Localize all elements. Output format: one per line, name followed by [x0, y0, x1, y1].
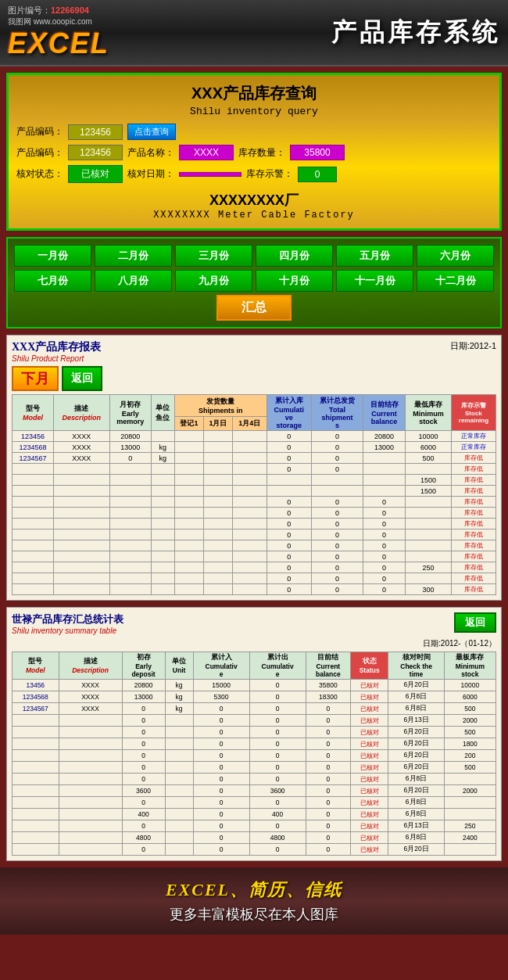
- query-row-1: 产品编码： 123456 点击查询: [16, 124, 492, 140]
- input-code1[interactable]: 123456: [68, 124, 123, 140]
- summary-row: 3600 036000 已核对 6月20日 2000: [13, 785, 496, 797]
- query-btn[interactable]: 点击查询: [127, 124, 176, 140]
- summary-row: 0 000 已核对 6月13日 250: [13, 820, 496, 832]
- table-row: 1500 库存低: [13, 475, 496, 486]
- months-row2: 七月份 八月份 九月份 十月份 十一月份 十二月份: [14, 270, 494, 292]
- table-row: 1234568 XXXX 13000 kg 0 0 13000 6000 正常库…: [13, 442, 496, 453]
- month-btn-2[interactable]: 二月份: [95, 245, 172, 267]
- summary-header: 世禄产品库存汇总统计表 Shilu inventory summary tabl…: [12, 612, 496, 635]
- summary-section: 世禄产品库存汇总统计表 Shilu inventory summary tabl…: [6, 607, 502, 861]
- month-btn-5[interactable]: 五月份: [336, 245, 413, 267]
- table-row: 000 库存低: [13, 497, 496, 508]
- table-row: 000 300 库存低: [13, 584, 496, 595]
- report-section: XXX产品库存报表 Shilu Product Report 日期:2012-1…: [6, 335, 502, 601]
- label-code2: 产品编码：: [16, 146, 63, 160]
- th-early: 月初存Earlymemory: [109, 395, 151, 431]
- input-status[interactable]: 已核对: [68, 165, 123, 183]
- summary-btn-wrap: 汇总: [14, 295, 494, 321]
- report-nav: 下月 返回: [12, 366, 496, 391]
- month-btn-8[interactable]: 八月份: [95, 270, 172, 292]
- sth-check: 核对时间Check thetime: [388, 652, 444, 680]
- header-url: 我图网 www.ooopic.com: [8, 16, 109, 27]
- sth-model: 型号Model: [13, 652, 59, 680]
- th-model: 型号Model: [13, 395, 54, 431]
- th-min-stock: 最低库存Minimumstock: [406, 395, 452, 431]
- report-title-en: Shilu Product Report: [12, 354, 101, 363]
- summary-row: 0 000 已核对 6月20日 500: [13, 762, 496, 774]
- month-btn-11[interactable]: 十一月份: [336, 270, 413, 292]
- table-row: 000 库存低: [13, 508, 496, 519]
- input-name[interactable]: XXXX: [179, 145, 234, 160]
- th-current-bal: 目前结存Currentbalance: [363, 395, 405, 431]
- input-code2[interactable]: 123456: [68, 145, 123, 160]
- input-alert[interactable]: 0: [298, 167, 337, 182]
- input-date[interactable]: [179, 172, 241, 177]
- table-row: 000 库存低: [13, 573, 496, 584]
- summary-row: 0 000 已核对 6月20日 500: [13, 727, 496, 738]
- summary-date: 日期:2012-（01-12）: [12, 638, 496, 649]
- factory-name-cn: XXXXXXXX厂: [16, 191, 492, 210]
- summary-row: 0 000 已核对 6月8日: [13, 797, 496, 809]
- report-date: 日期:2012-1: [450, 340, 496, 352]
- summary-row: 0 000 已核对 6月20日: [13, 844, 496, 856]
- sth-min: 最板库存Minimumstock: [444, 652, 495, 680]
- sth-cout: 累计出Cumulative: [249, 652, 306, 680]
- th-cumul-in: 累计入库Cumulativestorage: [267, 395, 311, 431]
- summary-row: 0 000 已核对 6月20日 1800: [13, 738, 496, 750]
- footer-line1: EXCEL、简历、信纸: [11, 878, 497, 902]
- label-alert: 库存示警：: [246, 167, 293, 181]
- month-btn-1[interactable]: 一月份: [14, 245, 91, 267]
- header: 图片编号：12266904 我图网 www.ooopic.com EXCEL 产…: [0, 0, 508, 66]
- query-title-en: Shilu inventory query: [16, 106, 492, 117]
- month-btn-4[interactable]: 四月份: [256, 245, 333, 267]
- nav-down-btn[interactable]: 下月: [12, 366, 59, 391]
- table-row: 000 库存低: [13, 529, 496, 540]
- summary-title-en: Shilu inventory summary table: [12, 626, 123, 635]
- query-row-3: 核对状态： 已核对 核对日期： 库存示警： 0: [16, 165, 492, 183]
- summary-row: 0 000 已核对 6月8日: [13, 774, 496, 785]
- table-row: 000 库存低: [13, 519, 496, 529]
- header-left: 图片编号：12266904 我图网 www.ooopic.com EXCEL: [8, 5, 109, 60]
- query-row-2: 产品编码： 123456 产品名称： XXXX 库存数量： 35800: [16, 145, 492, 160]
- summary-row: 400 04000 已核对 6月8日: [13, 809, 496, 820]
- sth-bal: 目前结Currentbalance: [306, 652, 350, 680]
- month-btn-7[interactable]: 七月份: [14, 270, 91, 292]
- label-status: 核对状态：: [16, 167, 63, 181]
- label-code1: 产品编码：: [16, 125, 63, 138]
- sth-unit: 单位Unit: [165, 652, 193, 680]
- table-row: 000 250 库存低: [13, 562, 496, 573]
- nav-back-btn[interactable]: 返回: [62, 366, 102, 391]
- month-btn-12[interactable]: 十二月份: [417, 270, 494, 292]
- sth-cin: 累计入Cumulative: [193, 652, 249, 680]
- query-title-cn: XXX产品库存查询: [16, 83, 492, 104]
- report-table: 型号Model 描述Description 月初存Earlymemory 单位鱼…: [12, 394, 496, 595]
- summary-title-cn: 世禄产品库存汇总统计表: [12, 612, 123, 626]
- month-btn-9[interactable]: 九月份: [175, 270, 252, 292]
- label-date: 核对日期：: [127, 167, 174, 181]
- report-title-cn: XXX产品库存报表: [12, 340, 101, 354]
- summary-btn[interactable]: 汇总: [216, 295, 292, 321]
- factory-name-en: XXXXXXXX Meter Cable Factory: [16, 210, 492, 221]
- summary-row: 13456 XXXX 20800 kg 15000 0 35800 已核对 6月…: [13, 680, 496, 691]
- report-header: XXX产品库存报表 Shilu Product Report 日期:2012-1: [12, 340, 496, 363]
- excel-logo: EXCEL: [8, 27, 109, 60]
- months-row1: 一月份 二月份 三月份 四月份 五月份 六月份: [14, 245, 494, 267]
- summary-row: 0 000 已核对 6月13日 2000: [13, 715, 496, 727]
- th-total-ship: 累计总发货Totalshipments: [311, 395, 363, 431]
- footer: EXCEL、简历、信纸 更多丰富模板尽在本人图库: [0, 867, 508, 935]
- img-number: 图片编号：12266904: [8, 5, 109, 16]
- months-section: 一月份 二月份 三月份 四月份 五月份 六月份 七月份 八月份 九月份 十月份 …: [6, 237, 502, 328]
- month-btn-3[interactable]: 三月份: [175, 245, 252, 267]
- sth-desc: 描述Description: [59, 652, 122, 680]
- input-qty[interactable]: 35800: [290, 145, 345, 160]
- month-btn-6[interactable]: 六月份: [417, 245, 494, 267]
- table-row: 1500 库存低: [13, 486, 496, 497]
- month-btn-10[interactable]: 十月份: [256, 270, 333, 292]
- query-section: XXX产品库存查询 Shilu inventory query 产品编码： 12…: [6, 73, 502, 231]
- summary-row: 1234568 XXXX 13000 kg 5300 0 18300 已核对 6…: [13, 691, 496, 703]
- summary-back-btn[interactable]: 返回: [454, 612, 496, 633]
- th-unit: 单位鱼位: [151, 395, 174, 431]
- table-row: 000 库存低: [13, 540, 496, 551]
- th-desc: 描述Description: [53, 395, 109, 431]
- th-shipments: 发货数量Shipments in: [175, 395, 267, 417]
